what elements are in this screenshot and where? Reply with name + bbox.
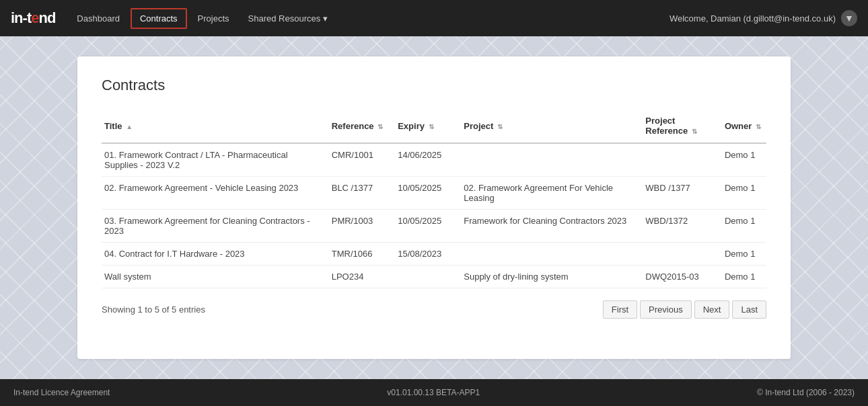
cell-project_reference: WBD/1372	[643, 210, 722, 243]
cell-project: Supply of dry-lining system	[461, 266, 643, 288]
first-page-button[interactable]: First	[603, 300, 637, 319]
table-header-row: Title ▲ Reference ⇅ Expiry ⇅ Project ⇅	[102, 110, 766, 143]
table-row[interactable]: 04. Contract for I.T Hardware - 2023TMR/…	[102, 243, 766, 266]
cell-project	[461, 143, 643, 177]
sort-icon-reference: ⇅	[377, 123, 383, 130]
table-row[interactable]: Wall systemLPO234Supply of dry-lining sy…	[102, 266, 766, 288]
nav-links: Dashboard Contracts Projects Shared Reso…	[69, 8, 336, 29]
sort-icon-projref: ⇅	[692, 128, 697, 135]
pagination-row: Showing 1 to 5 of 5 entries First Previo…	[102, 300, 766, 319]
cell-expiry: 10/05/2025	[395, 177, 461, 210]
previous-page-button[interactable]: Previous	[640, 300, 692, 319]
cell-title: 04. Contract for I.T Hardware - 2023	[102, 243, 329, 266]
welcome-text: Welcome, Damian (d.gillott@in-tend.co.uk…	[670, 13, 836, 24]
user-icon[interactable]: ▼	[841, 10, 857, 26]
pagination-info: Showing 1 to 5 of 5 entries	[102, 304, 205, 315]
main-content: Contracts Title ▲ Reference ⇅ Expiry ⇅	[0, 36, 868, 379]
cell-project: Framework for Cleaning Contractors 2023	[461, 210, 643, 243]
cell-title: 03. Framework Agreement for Cleaning Con…	[102, 210, 329, 243]
navbar: in-tend Dashboard Contracts Projects Sha…	[0, 0, 868, 36]
nav-projects[interactable]: Projects	[190, 9, 238, 28]
col-header-owner[interactable]: Owner ⇅	[722, 110, 766, 143]
col-header-project-reference[interactable]: ProjectReference ⇅	[643, 110, 722, 143]
cell-reference: LPO234	[329, 266, 395, 288]
last-page-button[interactable]: Last	[732, 300, 766, 319]
cell-expiry: 10/05/2025	[395, 210, 461, 243]
next-page-button[interactable]: Next	[694, 300, 730, 319]
contracts-card: Contracts Title ▲ Reference ⇅ Expiry ⇅	[77, 56, 791, 359]
dropdown-arrow-icon: ▾	[323, 13, 328, 24]
cell-expiry: 14/06/2025	[395, 143, 461, 177]
cell-reference: PMR/1003	[329, 210, 395, 243]
sort-icon-expiry: ⇅	[429, 123, 434, 130]
sort-icon-project: ⇅	[497, 123, 503, 130]
table-row[interactable]: 03. Framework Agreement for Cleaning Con…	[102, 210, 766, 243]
pagination-buttons: First Previous Next Last	[603, 300, 766, 319]
cell-project: 02. Framework Agreement For Vehicle Leas…	[461, 177, 643, 210]
cell-title: 02. Framework Agreement - Vehicle Leasin…	[102, 177, 329, 210]
col-header-reference[interactable]: Reference ⇅	[329, 110, 395, 143]
cell-project_reference	[643, 143, 722, 177]
col-header-project[interactable]: Project ⇅	[461, 110, 643, 143]
cell-title: 01. Framework Contract / LTA - Pharmaceu…	[102, 143, 329, 177]
nav-dashboard[interactable]: Dashboard	[69, 9, 128, 28]
nav-right: Welcome, Damian (d.gillott@in-tend.co.uk…	[670, 10, 857, 26]
cell-owner: Demo 1	[722, 266, 766, 288]
cell-reference: TMR/1066	[329, 243, 395, 266]
footer: In-tend Licence Agreement v01.01.00.13 B…	[0, 379, 868, 406]
col-header-title[interactable]: Title ▲	[102, 110, 329, 143]
cell-reference: CMR/1001	[329, 143, 395, 177]
contracts-table: Title ▲ Reference ⇅ Expiry ⇅ Project ⇅	[102, 110, 766, 288]
cell-project_reference: WBD /1377	[643, 177, 722, 210]
page-title: Contracts	[102, 77, 766, 94]
logo: in-tend	[11, 9, 55, 27]
footer-licence[interactable]: In-tend Licence Agreement	[13, 388, 110, 397]
nav-contracts[interactable]: Contracts	[131, 8, 187, 29]
cell-project_reference	[643, 243, 722, 266]
cell-expiry	[395, 266, 461, 288]
cell-owner: Demo 1	[722, 143, 766, 177]
cell-title: Wall system	[102, 266, 329, 288]
sort-icon-title: ▲	[126, 123, 133, 130]
footer-copyright: © In-tend Ltd (2006 - 2023)	[757, 388, 855, 397]
footer-version: v01.01.00.13 BETA-APP1	[387, 388, 480, 397]
table-row[interactable]: 01. Framework Contract / LTA - Pharmaceu…	[102, 143, 766, 177]
table-row[interactable]: 02. Framework Agreement - Vehicle Leasin…	[102, 177, 766, 210]
cell-project	[461, 243, 643, 266]
cell-owner: Demo 1	[722, 210, 766, 243]
cell-reference: BLC /1377	[329, 177, 395, 210]
cell-project_reference: DWQ2015-03	[643, 266, 722, 288]
cell-owner: Demo 1	[722, 177, 766, 210]
table-body: 01. Framework Contract / LTA - Pharmaceu…	[102, 143, 766, 288]
cell-owner: Demo 1	[722, 243, 766, 266]
nav-shared-resources[interactable]: Shared Resources ▾	[240, 9, 336, 28]
cell-expiry: 15/08/2023	[395, 243, 461, 266]
sort-icon-owner: ⇅	[756, 123, 761, 130]
col-projref-label: ProjectReference	[645, 116, 688, 136]
col-header-expiry[interactable]: Expiry ⇅	[395, 110, 461, 143]
